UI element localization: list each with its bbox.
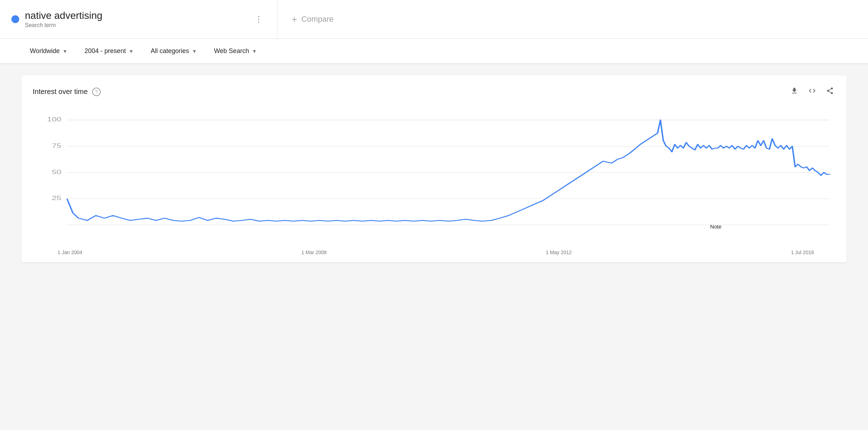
x-axis-label-2008: 1 Mar 2008 <box>301 250 327 255</box>
category-filter[interactable]: All categories ▼ <box>149 44 199 58</box>
search-term-left: native advertising Search term <box>11 10 102 28</box>
type-filter[interactable]: Web Search ▼ <box>212 44 258 58</box>
main-content: Interest over time ? <box>0 64 868 271</box>
x-axis-label-2012: 1 May 2012 <box>546 250 572 255</box>
search-dot <box>11 15 19 23</box>
chart-actions <box>789 85 835 98</box>
share-button[interactable] <box>825 85 835 98</box>
search-term-label: native advertising <box>25 10 102 21</box>
time-chevron-icon: ▼ <box>129 48 134 54</box>
category-chevron-icon: ▼ <box>192 48 197 54</box>
compare-plus-icon: + <box>292 14 297 25</box>
chart-title-group: Interest over time ? <box>33 88 101 96</box>
download-icon <box>790 87 798 95</box>
svg-text:50: 50 <box>52 169 62 175</box>
x-axis-label-2016: 1 Jul 2016 <box>791 250 814 255</box>
compare-button[interactable]: + Compare <box>292 14 334 25</box>
search-term-sublabel: Search term <box>25 22 102 28</box>
svg-text:100: 100 <box>47 116 61 122</box>
share-icon <box>826 87 834 95</box>
embed-icon <box>808 87 816 95</box>
download-button[interactable] <box>789 85 800 98</box>
region-label: Worldwide <box>30 47 60 55</box>
type-label: Web Search <box>214 47 249 55</box>
search-term-text: native advertising Search term <box>25 10 102 28</box>
x-axis-labels: 1 Jan 2004 1 Mar 2008 1 May 2012 1 Jul 2… <box>33 247 835 255</box>
chart-area: 100 75 50 25 Note <box>33 105 835 247</box>
region-filter[interactable]: Worldwide ▼ <box>28 44 69 58</box>
region-chevron-icon: ▼ <box>63 48 68 54</box>
note-label: Note <box>710 224 721 230</box>
chart-title: Interest over time <box>33 88 88 96</box>
chart-header: Interest over time ? <box>33 85 835 98</box>
search-term-section: native advertising Search term ⋮ <box>0 0 277 38</box>
help-icon[interactable]: ? <box>92 88 101 96</box>
embed-button[interactable] <box>807 85 817 98</box>
compare-section: + Compare <box>277 0 868 38</box>
time-filter[interactable]: 2004 - present ▼ <box>83 44 135 58</box>
category-label: All categories <box>151 47 189 55</box>
type-chevron-icon: ▼ <box>252 48 257 54</box>
more-options-button[interactable]: ⋮ <box>252 12 266 26</box>
compare-label: Compare <box>301 15 333 24</box>
top-bar: native advertising Search term ⋮ + Compa… <box>0 0 868 39</box>
svg-text:75: 75 <box>52 143 62 149</box>
time-label: 2004 - present <box>85 47 126 55</box>
x-axis-label-2004: 1 Jan 2004 <box>58 250 82 255</box>
help-icon-label: ? <box>95 89 98 95</box>
filters-bar: Worldwide ▼ 2004 - present ▼ All categor… <box>0 39 868 64</box>
trend-line <box>67 120 830 221</box>
chart-card: Interest over time ? <box>21 75 847 262</box>
svg-text:25: 25 <box>52 195 62 201</box>
